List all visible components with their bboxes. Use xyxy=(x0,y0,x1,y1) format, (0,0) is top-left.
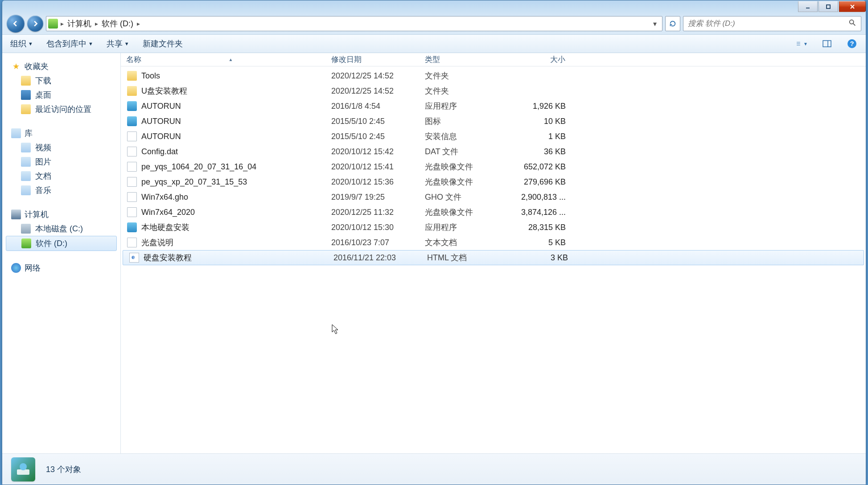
search-icon[interactable] xyxy=(848,19,856,29)
network-label: 网络 xyxy=(25,263,41,273)
file-row[interactable]: pe_yqs_xp_20_07_31_15_532020/10/12 15:36… xyxy=(121,174,866,189)
forward-button[interactable] xyxy=(27,16,43,32)
file-date: 2015/5/10 2:45 xyxy=(326,132,420,141)
file-row[interactable]: AUTORUN2016/1/8 4:54应用程序1,926 KB xyxy=(121,99,866,114)
sidebar-item[interactable]: 本地磁盘 (C:) xyxy=(6,222,117,236)
column-size-header[interactable]: 大小 xyxy=(513,53,571,66)
maximize-button[interactable] xyxy=(819,1,838,12)
computer-group: 计算机 本地磁盘 (C:)软件 (D:) xyxy=(6,207,117,251)
column-date-header[interactable]: 修改日期 xyxy=(326,53,420,66)
file-row[interactable]: Win7x64.gho2019/9/7 19:25GHO 文件2,900,813… xyxy=(121,189,866,205)
file-icon xyxy=(127,162,137,172)
file-row[interactable]: 光盘说明2016/10/23 7:07文本文档5 KB xyxy=(121,235,866,250)
file-date: 2020/12/25 14:52 xyxy=(326,86,420,96)
sidebar-item[interactable]: 软件 (D:) xyxy=(6,236,117,251)
address-dropdown-icon[interactable]: ▾ xyxy=(650,20,660,28)
star-icon: ★ xyxy=(11,62,21,71)
include-library-menu[interactable]: 包含到库中▼ xyxy=(46,38,93,49)
column-type-header[interactable]: 类型 xyxy=(420,53,513,66)
minimize-button[interactable] xyxy=(798,1,818,12)
file-type: 文本文档 xyxy=(420,237,513,248)
sidebar-item-label: 下载 xyxy=(35,75,51,86)
libraries-header[interactable]: 库 xyxy=(6,126,117,140)
file-type: 应用程序 xyxy=(420,222,513,233)
sidebar-item[interactable]: 音乐 xyxy=(6,183,117,197)
file-row[interactable]: Win7x64_20202020/12/25 11:32光盘映像文件3,874,… xyxy=(121,205,866,220)
library-icon xyxy=(11,128,21,138)
file-list[interactable]: Tools2020/12/25 14:52文件夹U盘安装教程2020/12/25… xyxy=(121,66,866,453)
sidebar-item[interactable]: 视频 xyxy=(6,140,117,155)
navigation-bar: ▸ 计算机 ▸ 软件 (D:) ▸ ▾ xyxy=(2,13,866,34)
file-icon xyxy=(127,147,137,156)
breadcrumb-drive[interactable]: 软件 (D:) xyxy=(101,18,134,29)
file-type: DAT 文件 xyxy=(420,146,513,157)
search-box[interactable] xyxy=(683,16,861,31)
close-button[interactable] xyxy=(839,1,866,12)
file-row[interactable]: U盘安装教程2020/12/25 14:52文件夹 xyxy=(121,83,866,99)
file-date: 2019/9/7 19:25 xyxy=(326,193,420,202)
file-row[interactable]: Config.dat2020/10/12 15:42DAT 文件36 KB xyxy=(121,144,866,159)
share-menu[interactable]: 共享▼ xyxy=(107,38,129,49)
refresh-button[interactable] xyxy=(665,16,680,31)
back-button[interactable] xyxy=(7,15,25,33)
file-date: 2016/10/23 7:07 xyxy=(326,238,420,247)
file-date: 2016/11/21 22:03 xyxy=(328,253,422,263)
folder-icon xyxy=(21,104,31,114)
new-folder-button[interactable]: 新建文件夹 xyxy=(143,38,183,49)
file-icon xyxy=(127,238,137,247)
file-row[interactable]: AUTORUN2015/5/10 2:45安装信息1 KB xyxy=(121,129,866,144)
file-name: AUTORUN xyxy=(141,102,181,111)
view-mode-button[interactable]: ▼ xyxy=(796,38,808,49)
lib-icon xyxy=(21,143,31,152)
file-type: 安装信息 xyxy=(420,131,513,142)
network-header[interactable]: 网络 xyxy=(6,261,117,275)
file-row[interactable]: pe_yqs_1064_20_07_31_16_042020/10/12 15:… xyxy=(121,159,866,174)
sidebar-item[interactable]: 图片 xyxy=(6,155,117,169)
sidebar-item[interactable]: 最近访问的位置 xyxy=(6,102,117,116)
status-text: 13 个对象 xyxy=(46,464,81,475)
file-size: 3 KB xyxy=(515,253,573,263)
address-bar[interactable]: ▸ 计算机 ▸ 软件 (D:) ▸ ▾ xyxy=(46,16,662,31)
file-date: 2020/10/12 15:41 xyxy=(326,162,420,172)
breadcrumb-computer[interactable]: 计算机 xyxy=(66,18,92,29)
file-row[interactable]: 本地硬盘安装2020/10/12 15:30应用程序28,315 KB xyxy=(121,220,866,235)
sidebar-item[interactable]: 下载 xyxy=(6,74,117,88)
favorites-label: 收藏夹 xyxy=(25,61,49,72)
file-row[interactable]: Tools2020/12/25 14:52文件夹 xyxy=(121,68,866,83)
file-icon xyxy=(127,132,137,141)
navigation-pane: ★ 收藏夹 下载桌面最近访问的位置 库 视频图片文档音乐 计算机 本地磁盘 (C… xyxy=(2,53,121,453)
network-icon xyxy=(11,263,21,273)
column-name-header[interactable]: 名称▲ xyxy=(121,53,326,66)
file-name: Win7x64.gho xyxy=(141,193,188,202)
breadcrumb-separator-icon: ▸ xyxy=(95,20,98,27)
computer-header[interactable]: 计算机 xyxy=(6,207,117,222)
favorites-header[interactable]: ★ 收藏夹 xyxy=(6,59,117,74)
file-type: 文件夹 xyxy=(420,86,513,96)
favorites-group: ★ 收藏夹 下载桌面最近访问的位置 xyxy=(6,59,117,116)
preview-pane-button[interactable] xyxy=(821,38,833,49)
sidebar-item[interactable]: 桌面 xyxy=(6,88,117,102)
sidebar-item[interactable]: 文档 xyxy=(6,169,117,183)
file-row[interactable]: 硬盘安装教程2016/11/21 22:03HTML 文档3 KB xyxy=(123,250,864,265)
sidebar-item-label: 最近访问的位置 xyxy=(35,104,91,115)
file-name: AUTORUN xyxy=(141,117,181,126)
file-size: 1,926 KB xyxy=(513,102,571,111)
file-size: 652,072 KB xyxy=(513,162,571,172)
details-pane: 13 个对象 xyxy=(2,453,866,485)
file-name: Win7x64_2020 xyxy=(141,208,195,217)
file-row[interactable]: AUTORUN2015/5/10 2:45图标10 KB xyxy=(121,114,866,129)
file-size: 1 KB xyxy=(513,132,571,141)
organize-menu[interactable]: 组织▼ xyxy=(10,38,33,49)
titlebar[interactable] xyxy=(2,0,866,13)
help-button[interactable]: ? xyxy=(846,38,858,49)
file-size: 2,900,813 ... xyxy=(513,193,571,202)
file-name: Config.dat xyxy=(141,147,178,156)
svg-line-5 xyxy=(853,24,856,26)
folder-icon xyxy=(21,76,31,86)
drive-large-icon xyxy=(11,457,35,481)
explorer-window: ▸ 计算机 ▸ 软件 (D:) ▸ ▾ 组织▼ 包含到库中▼ 共享▼ 新建文件夹… xyxy=(2,0,866,485)
svg-text:?: ? xyxy=(850,40,854,47)
sidebar-item-label: 软件 (D:) xyxy=(36,238,67,249)
search-input[interactable] xyxy=(688,19,848,28)
file-size: 10 KB xyxy=(513,117,571,126)
